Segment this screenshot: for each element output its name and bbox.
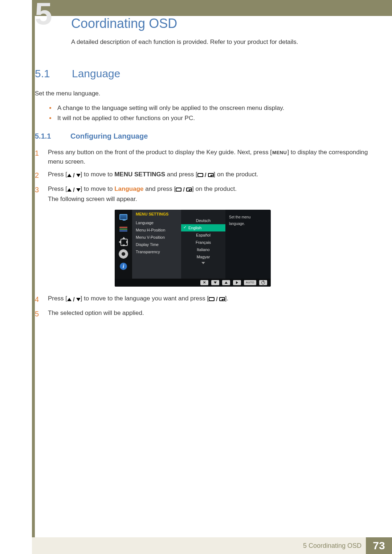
text: and press [ xyxy=(165,171,197,178)
source-enter-icon: / xyxy=(176,185,192,194)
osd-menu-header: MENU SETTINGS xyxy=(136,212,177,216)
osd-language-option: Español xyxy=(181,231,225,239)
osd-screenshot: i MENU SETTINGS Language Menu H-Position… xyxy=(115,210,271,287)
osd-settings-icon xyxy=(118,250,128,258)
section-notes: A change to the language setting will on… xyxy=(49,104,376,122)
osd-icon-column: i xyxy=(115,210,132,279)
osd-menu-item: Menu V-Position xyxy=(136,234,177,241)
up-down-icon: / xyxy=(67,295,81,304)
osd-up-icon xyxy=(222,280,230,285)
osd-power-icon xyxy=(259,280,267,285)
menu-key-label: MENU xyxy=(272,150,287,155)
osd-language-option: Français xyxy=(181,239,225,246)
step-body: Press [/] to move to Language and press … xyxy=(48,184,376,204)
osd-info-icon: i xyxy=(118,262,128,271)
osd-language-option-selected: English xyxy=(181,224,225,231)
section-intro: Set the menu language. xyxy=(35,90,376,97)
osd-close-icon: ✕ xyxy=(200,280,208,285)
osd-help-text: Set the menu language. xyxy=(229,215,250,226)
text: ] on the product. xyxy=(214,171,258,178)
osd-picture-icon xyxy=(118,213,128,221)
up-down-icon: / xyxy=(67,185,81,195)
section-number: 5.1 xyxy=(35,67,64,80)
sidebar-accent xyxy=(32,16,35,554)
source-enter-icon: / xyxy=(209,295,225,304)
step-body: Press [/] to move to the language you wa… xyxy=(48,294,376,305)
step: 1 Press any button on the front of the p… xyxy=(35,148,376,166)
text: ] to move to xyxy=(81,171,115,178)
osd-help-panel: Set the menu language. xyxy=(225,210,271,279)
step-number: 4 xyxy=(35,294,41,305)
scroll-down-icon xyxy=(201,262,205,264)
note-item: A change to the language setting will on… xyxy=(49,104,376,112)
osd-auto-button: AUTO xyxy=(244,280,256,285)
osd-position-icon xyxy=(118,237,128,246)
note-item: It will not be applied to other function… xyxy=(49,115,376,122)
page: 5 Coordinating OSD A detailed descriptio… xyxy=(0,0,392,554)
osd-window: i MENU SETTINGS Language Menu H-Position… xyxy=(115,210,271,287)
source-enter-icon: / xyxy=(197,171,214,180)
osd-right-icon xyxy=(233,280,241,285)
osd-language-option: Italiano xyxy=(181,246,225,253)
content: Coordinating OSD A detailed description … xyxy=(35,16,376,537)
text: Press [ xyxy=(48,171,67,178)
osd-menu-item: Menu H-Position xyxy=(136,226,177,234)
text: Press any button on the front of the pro… xyxy=(48,149,272,156)
osd-color-icon xyxy=(118,225,128,234)
up-down-icon: / xyxy=(67,171,81,180)
text: Press [ xyxy=(48,295,67,302)
osd-button-bar: ✕ AUTO xyxy=(115,279,271,287)
subsection-header: 5.1.1 Configuring Language xyxy=(35,132,376,140)
text: ] to move to xyxy=(81,185,115,192)
step: 2 Press [/] to move to MENU SETTINGS and… xyxy=(35,170,376,181)
osd-language-option: Magyar xyxy=(181,253,225,260)
subsection-number: 5.1.1 xyxy=(35,132,64,140)
header-bar xyxy=(32,0,392,16)
text: ] on the product. xyxy=(192,185,237,192)
page-subtitle: A detailed description of each function … xyxy=(71,38,376,46)
text: and press [ xyxy=(143,185,176,192)
osd-options-panel: Deutsch English Español Français Italian… xyxy=(181,210,225,279)
language-term: Language xyxy=(114,185,143,192)
step: 3 Press [/] to move to Language and pres… xyxy=(35,184,376,204)
page-title: Coordinating OSD xyxy=(71,16,376,31)
osd-menu-item: Transparency xyxy=(136,248,177,255)
text: ]. xyxy=(225,295,228,302)
osd-down-icon xyxy=(211,280,219,285)
step-body: Press [/] to move to MENU SETTINGS and p… xyxy=(48,170,376,181)
step-body: The selected option will be applied. xyxy=(48,308,376,319)
osd-menu-panel: MENU SETTINGS Language Menu H-Position M… xyxy=(132,210,181,279)
steps-list: 1 Press any button on the front of the p… xyxy=(35,148,376,204)
step: 4 Press [/] to move to the language you … xyxy=(35,294,376,305)
steps-list-continued: 4 Press [/] to move to the language you … xyxy=(35,294,376,319)
text: ] to move to the language you want and p… xyxy=(81,295,209,302)
footer-page-number: 73 xyxy=(366,537,392,554)
step-body: Press any button on the front of the pro… xyxy=(48,148,376,166)
footer-chapter: 5 Coordinating OSD xyxy=(303,542,362,550)
osd-language-option: Deutsch xyxy=(181,217,225,224)
section-header: 5.1 Language xyxy=(35,67,376,80)
footer: 5 Coordinating OSD 73 xyxy=(32,537,392,554)
step-number: 1 xyxy=(35,148,41,166)
step: 5 The selected option will be applied. xyxy=(35,308,376,319)
osd-menu-item: Language xyxy=(136,219,177,226)
subsection-name: Configuring Language xyxy=(70,132,148,140)
text: Press [ xyxy=(48,185,67,192)
menu-settings-term: MENU SETTINGS xyxy=(114,171,165,178)
text: The following screen will appear. xyxy=(48,196,137,202)
section-name: Language xyxy=(72,67,120,80)
step-number: 2 xyxy=(35,170,41,181)
osd-body: i MENU SETTINGS Language Menu H-Position… xyxy=(115,210,271,279)
step-number: 3 xyxy=(35,184,41,204)
step-number: 5 xyxy=(35,308,41,319)
osd-menu-item: Display Time xyxy=(136,241,177,248)
